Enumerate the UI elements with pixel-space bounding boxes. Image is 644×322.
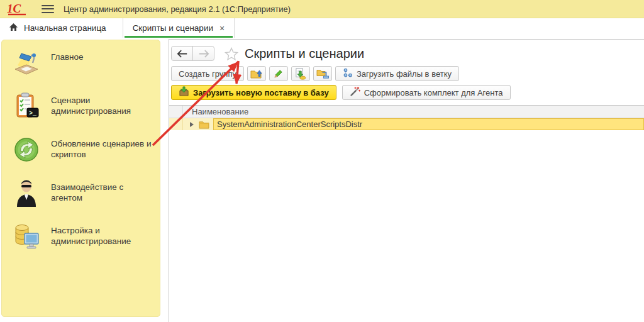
tab-bar: Начальная страница Скрипты и сценарии × <box>0 18 644 38</box>
page-title: Скрипты и сценарии <box>245 47 364 61</box>
title-bar: 1С Центр администрирования, редакция 2.1… <box>0 0 644 18</box>
content-area: Главное >_ Сценарии а <box>0 38 644 322</box>
lamp-icon <box>11 48 42 77</box>
table-header-row: Наименование <box>169 106 644 118</box>
tab-close-icon[interactable]: × <box>219 24 225 33</box>
clipboard-terminal-icon: >_ <box>11 92 42 121</box>
sidebar-item-admin-scenarios[interactable]: >_ Сценарии администрирования <box>2 92 160 121</box>
selection-column-header <box>169 106 183 118</box>
window-title: Центр администрирования, редакция 2.1 (1… <box>64 4 291 14</box>
back-button[interactable] <box>171 46 193 61</box>
sidebar-item-label: Обновление сценариев и скриптов <box>51 135 155 160</box>
sidebar-item-settings-admin[interactable]: Настройка и администрирование <box>2 222 160 251</box>
toolbar-actions: Загрузить новую поставку в базу Сформиро… <box>171 85 644 100</box>
database-monitor-icon <box>11 222 42 251</box>
import-box-icon <box>179 86 189 99</box>
upload-files-label: Загрузить файлы в ветку <box>357 69 452 79</box>
form-agent-kit-button[interactable]: Сформировать комплект для Агента <box>342 85 511 100</box>
folder-icon <box>199 120 209 129</box>
forward-button[interactable] <box>192 46 214 61</box>
main-panel: Скрипты и сценарии Создать группу <box>169 39 644 322</box>
refresh-green-icon <box>11 135 42 164</box>
row-selection-cell[interactable] <box>169 118 183 130</box>
svg-text:1С: 1С <box>7 2 21 15</box>
app-window: 1С Центр администрирования, редакция 2.1… <box>0 0 644 322</box>
agent-person-icon <box>11 179 42 208</box>
row-name-cell[interactable]: SystemAdministrationCenterScriptsDistr <box>213 118 644 130</box>
folder-add-icon[interactable] <box>247 66 266 81</box>
sidebar-item-label: Главное <box>51 48 155 63</box>
sidebar: Главное >_ Сценарии а <box>1 40 160 317</box>
magic-wand-icon <box>350 86 360 99</box>
1c-logo-icon: 1С <box>6 2 29 16</box>
svg-text:>_: >_ <box>29 110 37 117</box>
home-icon <box>9 23 18 34</box>
upload-new-delivery-button[interactable]: Загрузить новую поставку в базу <box>171 85 336 100</box>
sidebar-item-main[interactable]: Главное <box>2 48 160 77</box>
sidebar-item-label: Взаимодействие с агентом <box>51 179 155 204</box>
tab-label: Скрипты и сценарии <box>133 23 213 33</box>
tab-scripts[interactable]: Скрипты и сценарии × <box>123 18 235 38</box>
toolbar-primary: Создать группу <box>171 66 644 81</box>
favorite-star-icon[interactable] <box>224 47 239 61</box>
upload-files-to-branch-button[interactable]: Загрузить файлы в ветку <box>335 66 459 81</box>
home-page-button[interactable]: Начальная страница <box>0 18 123 38</box>
home-page-label: Начальная страница <box>24 23 106 33</box>
sidebar-item-label: Сценарии администрирования <box>51 92 155 117</box>
sidebar-item-label: Настройка и администрирование <box>51 222 155 247</box>
branch-nodes-icon <box>343 68 353 80</box>
expand-triangle-icon[interactable] <box>190 122 196 127</box>
document-download-icon[interactable] <box>291 66 310 81</box>
form-agent-kit-label: Сформировать комплект для Агента <box>364 88 503 97</box>
create-group-button[interactable]: Создать группу <box>171 66 244 81</box>
column-header-name[interactable]: Наименование <box>183 106 248 118</box>
table-row[interactable]: SystemAdministrationCenterScriptsDistr <box>169 118 644 130</box>
folder-move-icon[interactable] <box>313 66 332 81</box>
pencil-icon[interactable] <box>269 66 288 81</box>
main-menu-icon[interactable] <box>42 5 54 13</box>
navigation-row: Скрипты и сценарии <box>171 46 644 61</box>
sidebar-item-update-scripts[interactable]: Обновление сценариев и скриптов <box>2 135 160 164</box>
scripts-table: Наименование SystemAdministrationCenterS… <box>169 105 644 130</box>
upload-new-delivery-label: Загрузить новую поставку в базу <box>193 88 329 97</box>
sidebar-item-agent-interaction[interactable]: Взаимодействие с агентом <box>2 179 160 208</box>
